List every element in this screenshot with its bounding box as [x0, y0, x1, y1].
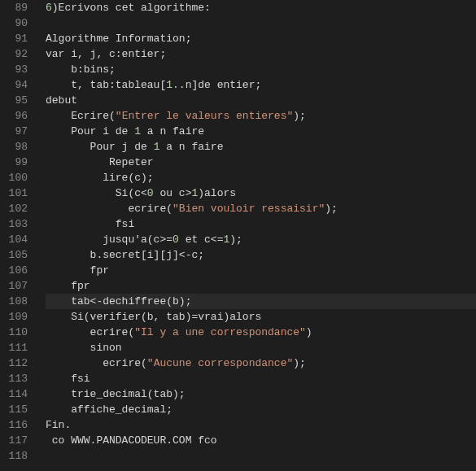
line-number: 109 — [8, 309, 28, 325]
code-line[interactable] — [46, 448, 476, 464]
line-number: 116 — [8, 417, 28, 433]
code-token: ou c> — [154, 187, 192, 199]
code-editor[interactable]: 8990919293949596979899100101102103104105… — [0, 0, 476, 471]
line-number: 97 — [8, 124, 28, 139]
code-token: tab<-dechiffree(b); — [46, 295, 191, 307]
line-number: 93 — [8, 62, 28, 77]
line-number: 98 — [8, 139, 28, 155]
line-number: 104 — [8, 232, 28, 247]
code-line[interactable]: lire(c); — [46, 170, 476, 185]
line-number: 89 — [8, 0, 28, 15]
line-number: 92 — [8, 46, 28, 62]
code-token: Si(c< — [46, 187, 147, 199]
line-number: 102 — [8, 201, 28, 216]
code-line[interactable]: var i, j, c:entier; — [46, 46, 476, 62]
code-token: ecrire( — [46, 203, 172, 215]
code-token: )alors — [198, 187, 236, 199]
code-token: a n faire — [141, 125, 204, 137]
code-token: "Il y a une correspondance" — [134, 326, 306, 338]
code-token: affiche_decimal; — [46, 403, 172, 416]
line-number: 108 — [8, 294, 28, 309]
code-line[interactable]: tab<-dechiffree(b); — [46, 294, 476, 309]
line-number: 96 — [8, 108, 28, 124]
line-number: 113 — [8, 371, 28, 386]
code-token: trie_decimal(tab); — [46, 388, 186, 400]
code-line[interactable]: fpr — [46, 263, 476, 278]
line-number: 99 — [8, 155, 28, 170]
code-token: Ecrire( — [46, 110, 116, 122]
code-token: co WWW.PANDACODEUR.COM fco — [46, 434, 217, 447]
code-token: 6 — [46, 2, 52, 14]
code-line[interactable]: Algorithme Information; — [46, 31, 476, 46]
code-line[interactable]: debut — [46, 93, 476, 108]
code-line[interactable]: sinon — [46, 340, 476, 355]
code-line[interactable]: trie_decimal(tab); — [46, 386, 476, 402]
code-line[interactable]: ecrire("Il y a une correspondance") — [46, 325, 476, 340]
code-line[interactable]: fsi — [46, 371, 476, 386]
code-token: debut — [46, 94, 77, 107]
line-number: 118 — [8, 448, 28, 464]
code-token: et c<= — [179, 233, 224, 246]
code-token: 1. — [166, 79, 179, 91]
code-token: .n]de entier; — [179, 79, 261, 91]
code-line[interactable]: b:bins; — [46, 62, 476, 77]
line-number: 91 — [8, 31, 28, 46]
code-line[interactable]: 6)Ecrivons cet algorithme: — [46, 0, 476, 15]
line-number: 110 — [8, 325, 28, 340]
code-area[interactable]: 6)Ecrivons cet algorithme: Algorithme In… — [42, 0, 476, 471]
code-line[interactable]: Si(verifier(b, tab)=vrai)alors — [46, 309, 476, 325]
code-token: ecrire( — [46, 357, 147, 369]
code-token: ); — [293, 357, 306, 369]
code-line[interactable]: ecrire("Aucune correspondance"); — [46, 355, 476, 371]
code-line[interactable]: b.secret[i][j]<-c; — [46, 247, 476, 263]
code-token: ); — [325, 203, 338, 215]
code-line[interactable]: t, tab:tableau[1..n]de entier; — [46, 77, 476, 93]
line-number: 111 — [8, 340, 28, 355]
line-number: 115 — [8, 402, 28, 417]
code-token: sinon — [46, 342, 122, 354]
code-token: ecrire( — [46, 326, 134, 338]
code-token: 0 — [172, 233, 179, 246]
line-number: 94 — [8, 77, 28, 93]
code-line[interactable]: Repeter — [46, 155, 476, 170]
line-number: 95 — [8, 93, 28, 108]
code-token: t, tab:tableau[ — [46, 79, 166, 91]
code-line[interactable]: fpr — [46, 278, 476, 294]
code-line[interactable]: Fin. — [46, 417, 476, 433]
code-line[interactable] — [46, 15, 476, 31]
code-token: 0 — [147, 187, 154, 199]
line-number: 114 — [8, 386, 28, 402]
code-token: b.secret[i][j]<-c; — [46, 249, 204, 261]
line-number: 100 — [8, 170, 28, 185]
code-token: ); — [293, 110, 306, 122]
code-token: fpr — [46, 264, 109, 277]
code-token: Repeter — [46, 156, 154, 168]
line-number: 117 — [8, 433, 28, 448]
code-line[interactable]: Ecrire("Entrer le valeurs entieres"); — [46, 108, 476, 124]
code-line[interactable]: jusqu'a(c>=0 et c<=1); — [46, 232, 476, 247]
code-token: Si(verifier(b, tab)=vrai)alors — [46, 311, 261, 323]
code-token: fpr — [46, 280, 90, 292]
code-token: "Aucune correspondance" — [147, 357, 293, 369]
code-token: "Entrer le valeurs entieres" — [116, 110, 293, 122]
code-token: b:bins; — [46, 63, 116, 76]
code-token: jusqu'a(c>= — [46, 233, 172, 246]
code-line[interactable]: affiche_decimal; — [46, 402, 476, 417]
code-line[interactable]: fsi — [46, 216, 476, 232]
code-line[interactable]: ecrire("Bien vouloir ressaisir"); — [46, 201, 476, 216]
code-token: Pour j de — [46, 141, 154, 153]
code-token: ) — [306, 326, 312, 338]
code-token: lire(c); — [46, 172, 154, 184]
line-number: 90 — [8, 15, 28, 31]
code-line[interactable]: Pour i de 1 a n faire — [46, 124, 476, 139]
line-number: 105 — [8, 247, 28, 263]
code-line[interactable]: Si(c<0 ou c>1)alors — [46, 185, 476, 201]
code-line[interactable]: co WWW.PANDACODEUR.COM fco — [46, 433, 476, 448]
code-line[interactable]: Pour j de 1 a n faire — [46, 139, 476, 155]
code-token: "Bien vouloir ressaisir" — [172, 203, 325, 215]
code-token: fsi — [46, 218, 134, 230]
code-token: )Ecrivons cet algorithme: — [52, 2, 211, 14]
line-number: 106 — [8, 263, 28, 278]
code-token: var i, j, c:entier; — [46, 48, 166, 60]
code-token: 1 — [134, 125, 141, 137]
